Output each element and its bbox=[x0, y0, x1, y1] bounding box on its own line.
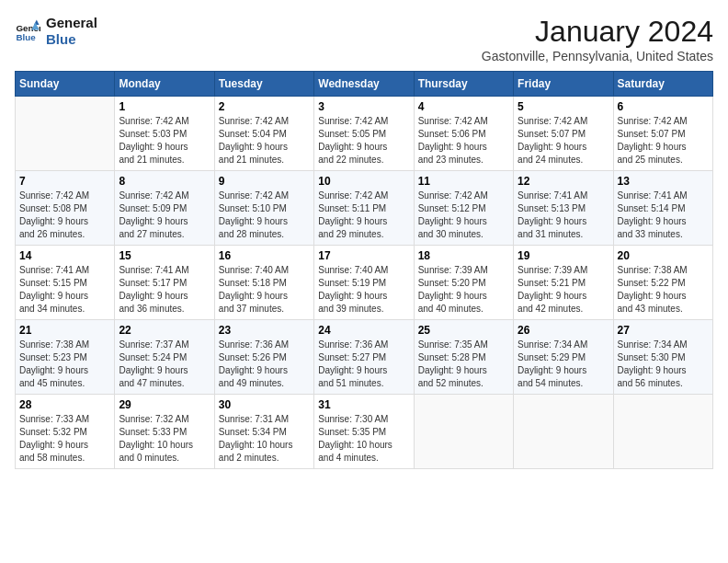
calendar-cell: 4Sunrise: 7:42 AMSunset: 5:06 PMDaylight… bbox=[414, 97, 513, 171]
calendar-cell: 6Sunrise: 7:42 AMSunset: 5:07 PMDaylight… bbox=[613, 97, 712, 171]
day-number: 14 bbox=[19, 249, 110, 262]
calendar-cell: 11Sunrise: 7:42 AMSunset: 5:12 PMDayligh… bbox=[414, 171, 513, 246]
day-number: 23 bbox=[219, 324, 310, 337]
calendar-cell: 12Sunrise: 7:41 AMSunset: 5:13 PMDayligh… bbox=[514, 171, 613, 246]
day-info: Sunrise: 7:42 AMSunset: 5:09 PMDaylight:… bbox=[119, 190, 210, 241]
calendar-cell: 16Sunrise: 7:40 AMSunset: 5:18 PMDayligh… bbox=[214, 246, 313, 320]
col-header-sunday: Sunday bbox=[16, 72, 115, 97]
calendar-cell: 10Sunrise: 7:42 AMSunset: 5:11 PMDayligh… bbox=[314, 171, 414, 246]
calendar-cell: 27Sunrise: 7:34 AMSunset: 5:30 PMDayligh… bbox=[613, 320, 712, 395]
day-number: 1 bbox=[119, 100, 210, 113]
col-header-friday: Friday bbox=[514, 72, 613, 97]
calendar-header-row: SundayMondayTuesdayWednesdayThursdayFrid… bbox=[16, 72, 713, 97]
calendar-cell: 30Sunrise: 7:31 AMSunset: 5:34 PMDayligh… bbox=[214, 395, 313, 469]
day-number: 7 bbox=[19, 175, 110, 188]
calendar-cell: 9Sunrise: 7:42 AMSunset: 5:10 PMDaylight… bbox=[214, 171, 313, 246]
day-info: Sunrise: 7:42 AMSunset: 5:10 PMDaylight:… bbox=[219, 190, 310, 241]
day-number: 6 bbox=[618, 100, 709, 113]
day-number: 21 bbox=[19, 324, 110, 337]
calendar-cell: 13Sunrise: 7:41 AMSunset: 5:14 PMDayligh… bbox=[613, 171, 712, 246]
day-info: Sunrise: 7:42 AMSunset: 5:08 PMDaylight:… bbox=[19, 190, 110, 241]
day-number: 11 bbox=[418, 175, 509, 188]
day-info: Sunrise: 7:31 AMSunset: 5:34 PMDaylight:… bbox=[219, 413, 310, 465]
calendar-cell bbox=[414, 395, 513, 469]
calendar-cell bbox=[16, 97, 115, 171]
day-number: 24 bbox=[318, 324, 409, 337]
day-info: Sunrise: 7:38 AMSunset: 5:23 PMDaylight:… bbox=[19, 339, 110, 390]
day-number: 25 bbox=[418, 324, 509, 337]
day-number: 26 bbox=[518, 324, 609, 337]
day-number: 12 bbox=[518, 175, 609, 188]
day-number: 2 bbox=[219, 100, 310, 113]
day-info: Sunrise: 7:42 AMSunset: 5:06 PMDaylight:… bbox=[418, 115, 509, 167]
calendar-cell: 17Sunrise: 7:40 AMSunset: 5:19 PMDayligh… bbox=[314, 246, 414, 320]
calendar-week-1: 1Sunrise: 7:42 AMSunset: 5:03 PMDaylight… bbox=[16, 97, 713, 171]
col-header-tuesday: Tuesday bbox=[214, 72, 313, 97]
day-number: 13 bbox=[618, 175, 709, 188]
calendar-cell: 3Sunrise: 7:42 AMSunset: 5:05 PMDaylight… bbox=[314, 97, 414, 171]
col-header-thursday: Thursday bbox=[414, 72, 513, 97]
day-number: 30 bbox=[219, 398, 310, 411]
day-info: Sunrise: 7:37 AMSunset: 5:24 PMDaylight:… bbox=[119, 339, 210, 390]
month-title: January 2024 bbox=[482, 15, 713, 49]
calendar-cell: 22Sunrise: 7:37 AMSunset: 5:24 PMDayligh… bbox=[115, 320, 214, 395]
day-number: 4 bbox=[418, 100, 509, 113]
calendar-cell: 7Sunrise: 7:42 AMSunset: 5:08 PMDaylight… bbox=[16, 171, 115, 246]
logo-icon: General Blue bbox=[15, 18, 40, 44]
day-info: Sunrise: 7:42 AMSunset: 5:04 PMDaylight:… bbox=[219, 115, 310, 167]
day-info: Sunrise: 7:34 AMSunset: 5:30 PMDaylight:… bbox=[618, 339, 709, 390]
day-number: 18 bbox=[418, 249, 509, 262]
calendar-cell: 31Sunrise: 7:30 AMSunset: 5:35 PMDayligh… bbox=[314, 395, 414, 469]
calendar-cell: 23Sunrise: 7:36 AMSunset: 5:26 PMDayligh… bbox=[214, 320, 313, 395]
calendar-cell: 14Sunrise: 7:41 AMSunset: 5:15 PMDayligh… bbox=[16, 246, 115, 320]
page-header: General Blue General Blue January 2024 G… bbox=[15, 15, 713, 63]
day-number: 28 bbox=[19, 398, 110, 411]
calendar-cell: 15Sunrise: 7:41 AMSunset: 5:17 PMDayligh… bbox=[115, 246, 214, 320]
day-info: Sunrise: 7:30 AMSunset: 5:35 PMDaylight:… bbox=[318, 413, 409, 465]
calendar-cell: 19Sunrise: 7:39 AMSunset: 5:21 PMDayligh… bbox=[514, 246, 613, 320]
day-info: Sunrise: 7:40 AMSunset: 5:18 PMDaylight:… bbox=[219, 264, 310, 316]
calendar-cell bbox=[514, 395, 613, 469]
day-info: Sunrise: 7:34 AMSunset: 5:29 PMDaylight:… bbox=[518, 339, 609, 390]
logo: General Blue General Blue bbox=[15, 15, 97, 48]
day-number: 5 bbox=[518, 100, 609, 113]
day-number: 3 bbox=[318, 100, 409, 113]
day-info: Sunrise: 7:35 AMSunset: 5:28 PMDaylight:… bbox=[418, 339, 509, 390]
day-info: Sunrise: 7:33 AMSunset: 5:32 PMDaylight:… bbox=[19, 413, 110, 465]
day-number: 16 bbox=[219, 249, 310, 262]
day-info: Sunrise: 7:42 AMSunset: 5:07 PMDaylight:… bbox=[518, 115, 609, 167]
day-info: Sunrise: 7:41 AMSunset: 5:17 PMDaylight:… bbox=[119, 264, 210, 316]
calendar-week-3: 14Sunrise: 7:41 AMSunset: 5:15 PMDayligh… bbox=[16, 246, 713, 320]
calendar-cell: 29Sunrise: 7:32 AMSunset: 5:33 PMDayligh… bbox=[115, 395, 214, 469]
location: Gastonville, Pennsylvania, United States bbox=[482, 49, 713, 63]
day-info: Sunrise: 7:36 AMSunset: 5:26 PMDaylight:… bbox=[219, 339, 310, 390]
day-number: 20 bbox=[618, 249, 709, 262]
col-header-monday: Monday bbox=[115, 72, 214, 97]
day-info: Sunrise: 7:41 AMSunset: 5:14 PMDaylight:… bbox=[618, 190, 709, 241]
day-info: Sunrise: 7:42 AMSunset: 5:07 PMDaylight:… bbox=[618, 115, 709, 167]
calendar-week-2: 7Sunrise: 7:42 AMSunset: 5:08 PMDaylight… bbox=[16, 171, 713, 246]
calendar-cell: 26Sunrise: 7:34 AMSunset: 5:29 PMDayligh… bbox=[514, 320, 613, 395]
calendar-table: SundayMondayTuesdayWednesdayThursdayFrid… bbox=[15, 71, 713, 469]
day-number: 19 bbox=[518, 249, 609, 262]
day-number: 17 bbox=[318, 249, 409, 262]
calendar-cell: 5Sunrise: 7:42 AMSunset: 5:07 PMDaylight… bbox=[514, 97, 613, 171]
calendar-week-5: 28Sunrise: 7:33 AMSunset: 5:32 PMDayligh… bbox=[16, 395, 713, 469]
day-info: Sunrise: 7:42 AMSunset: 5:11 PMDaylight:… bbox=[318, 190, 409, 241]
day-info: Sunrise: 7:42 AMSunset: 5:03 PMDaylight:… bbox=[119, 115, 210, 167]
day-info: Sunrise: 7:32 AMSunset: 5:33 PMDaylight:… bbox=[119, 413, 210, 465]
day-number: 8 bbox=[119, 175, 210, 188]
calendar-cell: 24Sunrise: 7:36 AMSunset: 5:27 PMDayligh… bbox=[314, 320, 414, 395]
day-number: 22 bbox=[119, 324, 210, 337]
day-info: Sunrise: 7:39 AMSunset: 5:21 PMDaylight:… bbox=[518, 264, 609, 316]
logo-line1: General bbox=[46, 15, 97, 31]
calendar-cell: 25Sunrise: 7:35 AMSunset: 5:28 PMDayligh… bbox=[414, 320, 513, 395]
logo-line2: Blue bbox=[46, 31, 97, 48]
day-number: 27 bbox=[618, 324, 709, 337]
calendar-cell bbox=[613, 395, 712, 469]
calendar-cell: 28Sunrise: 7:33 AMSunset: 5:32 PMDayligh… bbox=[16, 395, 115, 469]
day-info: Sunrise: 7:42 AMSunset: 5:12 PMDaylight:… bbox=[418, 190, 509, 241]
day-info: Sunrise: 7:41 AMSunset: 5:13 PMDaylight:… bbox=[518, 190, 609, 241]
col-header-saturday: Saturday bbox=[613, 72, 712, 97]
day-number: 9 bbox=[219, 175, 310, 188]
